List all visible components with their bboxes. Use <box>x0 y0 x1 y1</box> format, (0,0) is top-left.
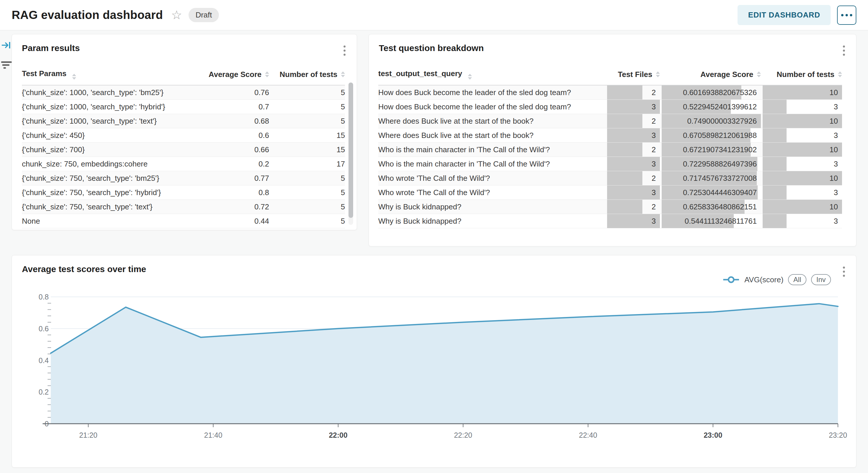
cell-average-score: 0.7 <box>190 100 269 114</box>
cell-number-of-tests: 5 <box>269 114 345 128</box>
column-header-test-params[interactable]: Test Params <box>22 69 190 79</box>
svg-text:0.6: 0.6 <box>38 325 49 333</box>
cell-test-params: {'chunk_size': 700} <box>22 143 190 157</box>
column-header-number-of-tests[interactable]: Number of tests <box>761 70 842 79</box>
ellipsis-icon <box>841 14 843 16</box>
sort-icon[interactable] <box>757 71 761 77</box>
more-options-button[interactable] <box>837 5 856 25</box>
kebab-menu-icon[interactable] <box>841 43 847 58</box>
table-row[interactable]: Who is the main character in 'The Call o… <box>378 143 842 157</box>
table-row[interactable]: How does Buck become the leader of the s… <box>378 100 842 114</box>
cell-average-score: 0.8 <box>190 185 269 199</box>
value-bar <box>607 114 642 128</box>
cell-test-files: 3 <box>605 185 660 199</box>
value-bar <box>763 100 786 114</box>
cell-average-score: 0.7253044446309407 <box>660 185 761 199</box>
cell-test-query: Where does Buck live at the start of the… <box>378 114 605 128</box>
cell-test-params: {'chunk_size': 450} <box>22 128 190 142</box>
card-title: Param results <box>22 43 80 53</box>
svg-text:22:40: 22:40 <box>579 431 597 439</box>
cell-number-of-tests: 10 <box>761 200 842 214</box>
table-row[interactable]: {'chunk_size': 1000, 'search_type': 'hyb… <box>22 100 345 114</box>
cell-test-files: 3 <box>605 214 660 228</box>
value-bar <box>607 200 642 214</box>
table-row[interactable]: How does Buck become the leader of the s… <box>378 86 842 100</box>
table-row[interactable]: Who wrote 'The Call of the Wild'? 2 0.71… <box>378 171 842 185</box>
table-row[interactable]: {'chunk_size': 750, 'search_type': 'text… <box>22 200 345 214</box>
sort-icon[interactable] <box>341 71 345 77</box>
scores-line-chart[interactable]: 00.20.40.60.821:2021:4022:0022:2022:4023… <box>12 256 857 468</box>
value-bar <box>763 157 786 171</box>
cell-average-score: 0.5229452401399612 <box>660 100 761 114</box>
cell-test-query: Why is Buck kidnapped? <box>378 214 605 228</box>
sort-icon[interactable] <box>468 74 472 79</box>
cell-test-files: 3 <box>605 128 660 142</box>
table-row[interactable]: Where does Buck live at the start of the… <box>378 114 842 128</box>
table-row[interactable]: Why is Buck kidnapped? 3 0.5441113246811… <box>378 214 842 228</box>
cell-average-score: 0.44 <box>190 214 269 228</box>
cell-test-files: 3 <box>605 100 660 114</box>
table-body: How does Buck become the leader of the s… <box>378 86 842 228</box>
cell-average-score: 0.7174576733727008 <box>660 171 761 185</box>
table-row[interactable]: chunk_size: 750, embeddings:cohere 0.2 1… <box>22 157 345 171</box>
cell-number-of-tests: 3 <box>761 157 842 171</box>
table-row[interactable]: {'chunk_size': 750, 'search_type': 'hybr… <box>22 185 345 200</box>
table-row[interactable]: {'chunk_size': 1000, 'search_type': 'tex… <box>22 114 345 128</box>
cell-number-of-tests: 3 <box>761 128 842 142</box>
column-header-average-score[interactable]: Average Score <box>660 70 761 79</box>
cell-test-query: Who wrote 'The Call of the Wild'? <box>378 171 605 185</box>
table-row[interactable]: {'chunk_size': 1000, 'search_type': 'bm2… <box>22 86 345 100</box>
cell-test-params: {'chunk_size': 1000, 'search_type': 'hyb… <box>22 100 190 114</box>
table-header-row: Test Params Average Score Number of test… <box>22 64 345 86</box>
table-row[interactable]: Who is the main character in 'The Call o… <box>378 157 842 171</box>
cell-test-params: {'chunk_size': 750, 'search_type': 'hybr… <box>22 185 190 199</box>
value-bar <box>763 128 786 142</box>
table-row[interactable]: Where does Buck live at the start of the… <box>378 128 842 143</box>
table-row[interactable]: None 0.44 5 <box>22 214 345 228</box>
table-row[interactable]: {'chunk_size': 450} 0.6 15 <box>22 128 345 143</box>
cell-average-score: 0.6 <box>190 128 269 142</box>
table-row[interactable]: {'chunk_size': 700} 0.66 15 <box>22 143 345 157</box>
cell-average-score: 0.72 <box>190 200 269 214</box>
value-bar <box>763 185 786 199</box>
column-header-test-files[interactable]: Test Files <box>605 70 660 79</box>
edit-dashboard-button[interactable]: EDIT DASHBOARD <box>738 5 831 25</box>
cell-number-of-tests: 5 <box>269 200 345 214</box>
dashboard-header: RAG evaluation dashboard ☆ Draft EDIT DA… <box>0 0 868 30</box>
scores-chart-card: Average test scores over time AVG(score)… <box>12 255 856 468</box>
cell-number-of-tests: 15 <box>269 128 345 142</box>
sort-icon[interactable] <box>838 71 842 77</box>
column-header-number-of-tests[interactable]: Number of tests <box>269 70 345 79</box>
sort-icon[interactable] <box>265 71 269 77</box>
cell-test-params: {'chunk_size': 1000, 'search_type': 'tex… <box>22 114 190 128</box>
sort-icon[interactable] <box>72 74 76 79</box>
svg-text:22:00: 22:00 <box>329 431 348 439</box>
svg-text:0.8: 0.8 <box>38 293 49 301</box>
table-row[interactable]: Who wrote 'The Call of the Wild'? 3 0.72… <box>378 185 842 200</box>
cell-number-of-tests: 10 <box>761 143 842 157</box>
value-bar <box>763 214 786 228</box>
cell-test-params: chunk_size: 750, embeddings:cohere <box>22 157 190 171</box>
column-header-test-query[interactable]: test_output_test_query <box>378 69 605 79</box>
cell-number-of-tests: 5 <box>269 171 345 185</box>
table-row[interactable]: Why is Buck kidnapped? 2 0.6258336480862… <box>378 200 842 214</box>
scrollbar-thumb[interactable] <box>348 82 353 218</box>
favorite-star-icon[interactable]: ☆ <box>171 9 182 21</box>
cell-average-score: 0.2 <box>190 157 269 171</box>
cell-test-query: Who is the main character in 'The Call o… <box>378 143 605 157</box>
cell-test-files: 2 <box>605 143 660 157</box>
value-bar <box>607 143 642 157</box>
cell-average-score: 0.6721907341231902 <box>660 143 761 157</box>
vertical-scrollbar[interactable] <box>348 82 353 225</box>
status-badge: Draft <box>189 8 219 22</box>
cell-number-of-tests: 10 <box>761 114 842 128</box>
kebab-menu-icon[interactable] <box>341 43 348 58</box>
cell-test-files: 3 <box>605 157 660 171</box>
value-bar <box>607 86 642 99</box>
svg-text:21:20: 21:20 <box>79 431 97 439</box>
sort-icon[interactable] <box>656 71 660 77</box>
cell-test-query: Who wrote 'The Call of the Wild'? <box>378 185 605 199</box>
column-header-average-score[interactable]: Average Score <box>190 70 269 79</box>
cell-test-params: None <box>22 214 190 228</box>
table-row[interactable]: {'chunk_size': 750, 'search_type': 'bm25… <box>22 171 345 185</box>
